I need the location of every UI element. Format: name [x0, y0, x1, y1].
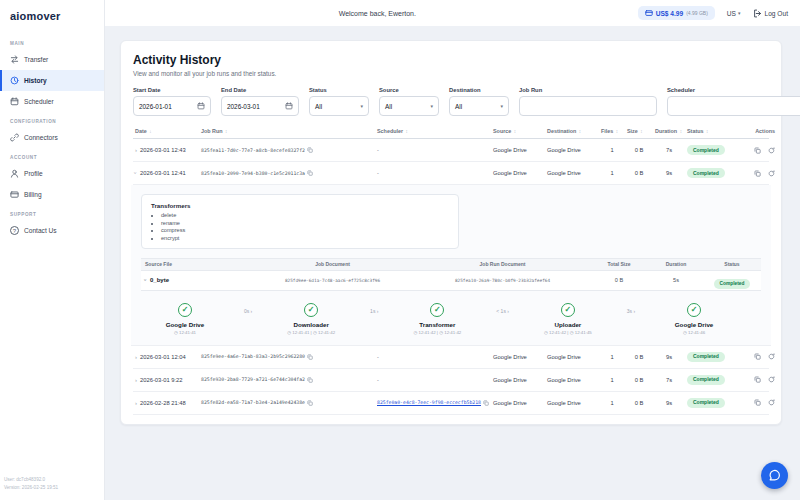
status-badge: Completed [687, 145, 725, 155]
job-run-id: 825fe9ee-4a6e-71ab-83a3-2b95c2962280 [201, 354, 373, 360]
chat-bubble-icon [768, 469, 781, 482]
scheduler-filter-input[interactable] [667, 96, 800, 116]
collapse-chevron-icon[interactable]: › [143, 279, 149, 281]
duplicate-run-button[interactable] [754, 147, 761, 154]
check-circle-icon: ✓ [304, 303, 318, 317]
expand-chevron-icon[interactable]: › [135, 377, 137, 383]
expand-chevron-icon[interactable]: › [135, 400, 137, 406]
copy-icon[interactable] [307, 377, 313, 383]
duplicate-run-button[interactable] [754, 170, 761, 177]
job-run-id: 825fe930-2ba8-7729-a721-6e744c304fa2 [201, 377, 373, 383]
check-circle-icon: ✓ [430, 303, 444, 317]
stage-duration-arrow: < 1s › [496, 308, 509, 314]
pipeline-stage: ✓ Downloader ◷ 12:41:41 | ◷ 12:41:42 [275, 303, 347, 335]
language-selector[interactable]: US ▾ [727, 10, 741, 17]
sidebar-item-connectors[interactable]: Connectors [0, 127, 104, 148]
row-size: 0 B [627, 377, 651, 383]
column-duration[interactable]: Duration ↕ [655, 128, 683, 134]
rerun-button[interactable] [768, 353, 775, 360]
sort-icon: ↕ [225, 129, 227, 134]
duplicate-run-button[interactable] [754, 399, 761, 406]
status-filter-select[interactable]: All ▾ [309, 96, 369, 116]
row-date: 2026-02-28 21:48 [140, 400, 186, 406]
balance-detail: (4.99 GB) [686, 10, 708, 16]
page-subtitle: View and monitor all your job runs and t… [133, 70, 769, 77]
column-source[interactable]: Source ↕ [493, 128, 543, 134]
stage-timestamps: ◷ 12:41:41 | ◷ 12:41:42 [287, 330, 335, 335]
row-files: 1 [601, 354, 623, 360]
chat-widget-button[interactable] [761, 462, 788, 489]
status-badge: Completed [687, 168, 725, 178]
expand-chevron-icon[interactable]: › [133, 172, 139, 174]
column-date[interactable]: Date ↓ [135, 128, 197, 134]
rerun-button[interactable] [768, 376, 775, 383]
status-badge: Completed [687, 375, 725, 385]
column-size[interactable]: Size ↕ [627, 128, 651, 134]
column-job-run-document: Job Run Document [420, 261, 585, 267]
sidebar-item-history[interactable]: History [0, 70, 104, 91]
sidebar-item-contact-us[interactable]: ? Contact Us [0, 220, 104, 241]
sidebar-item-billing[interactable]: Billing [0, 184, 104, 205]
column-status[interactable]: Status ↕ [687, 128, 737, 134]
user-icon [10, 169, 19, 178]
job-run-filter-input[interactable] [519, 96, 657, 116]
destination-filter-select[interactable]: All ▾ [449, 96, 509, 116]
copy-icon[interactable] [307, 147, 313, 153]
column-files[interactable]: Files ↕ [601, 128, 623, 134]
calendar-icon [197, 102, 205, 110]
balance-pill[interactable]: US$ 4.99 (4.99 GB) [638, 6, 715, 20]
source-filter-field: Source All ▾ [379, 87, 439, 116]
row-duration: 9s [655, 354, 683, 360]
stage-duration-arrow: 0s › [244, 308, 252, 314]
duplicate-run-button[interactable] [754, 376, 761, 383]
question-icon: ? [10, 226, 19, 235]
scheduler-link[interactable]: 825fe0a0-e4c8-7eec-9f98-eccecfb5b218 [377, 400, 489, 406]
rerun-button[interactable] [768, 170, 775, 177]
transformer-item: delete [161, 212, 449, 218]
end-date-input[interactable]: 2026-03-01 [221, 96, 299, 116]
stage-duration-arrow: 3s › [627, 308, 635, 314]
copy-icon[interactable] [307, 400, 313, 406]
scheduler-filter-field: Scheduler [667, 87, 800, 116]
expand-chevron-icon[interactable]: › [135, 354, 137, 360]
copy-icon[interactable] [307, 354, 313, 360]
sidebar-item-transfer[interactable]: Transfer [0, 49, 104, 70]
activity-history-card: Activity History View and monitor all yo… [120, 40, 782, 425]
file-table-row: › 0_byte 825fd9ee-6d1a-7c48-aac6-ef725c8… [141, 271, 761, 291]
pipeline-flow: ✓ Google Drive ◷ 12:41:41 0s › ✓ Downloa… [141, 303, 761, 335]
rerun-button[interactable] [768, 399, 775, 406]
column-destination[interactable]: Destination ↕ [547, 128, 597, 134]
footer-user: User: dc7cb48392.0 [4, 476, 58, 485]
end-date-label: End Date [221, 87, 299, 93]
rerun-button[interactable] [768, 147, 775, 154]
language-value: US [727, 10, 736, 17]
start-date-input[interactable]: 2026-01-01 [133, 96, 211, 116]
table-row: › 2026-03-01 12:43 825fea11-7d0c-77e7-a8… [133, 139, 769, 162]
pipeline-stage: ✓ Uploader ◷ 12:41:42 | ◷ 12:41:45 [532, 303, 604, 335]
status-filter-field: Status All ▾ [309, 87, 369, 116]
column-job-run[interactable]: Job Run ↕ [201, 128, 373, 134]
copy-icon[interactable] [483, 400, 489, 406]
logout-label: Log Out [765, 10, 788, 17]
row-duration: 7s [655, 147, 683, 153]
column-scheduler[interactable]: Scheduler ↕ [377, 128, 489, 134]
stage-timestamps: ◷ 12:41:42 | ◷ 12:41:45 [544, 330, 592, 335]
logout-button[interactable]: Log Out [753, 9, 788, 18]
source-filter-select[interactable]: All ▾ [379, 96, 439, 116]
transformers-box: Transformers delete rename compress encr… [141, 194, 459, 249]
job-run-id: 825fea10-2090-7e94-b380-c1e5c2011c3a [201, 170, 373, 176]
start-date-label: Start Date [133, 87, 211, 93]
expand-chevron-icon[interactable]: › [135, 147, 137, 153]
sidebar-item-label: Scheduler [24, 98, 54, 105]
status-badge: Completed [714, 279, 751, 289]
duplicate-run-button[interactable] [754, 353, 761, 360]
column-actions: Actions [741, 128, 775, 134]
copy-icon[interactable] [307, 170, 313, 176]
sidebar-item-profile[interactable]: Profile [0, 163, 104, 184]
row-duration: 9s [655, 400, 683, 406]
sidebar-item-scheduler[interactable]: Scheduler [0, 91, 104, 112]
row-size: 0 B [627, 400, 651, 406]
job-run-id: 825fea11-7d0c-77e7-a8cb-8ecefe8327f2 [201, 147, 373, 153]
row-destination: Google Drive [547, 400, 597, 406]
row-date: 2026-03-01 12:41 [140, 170, 186, 176]
